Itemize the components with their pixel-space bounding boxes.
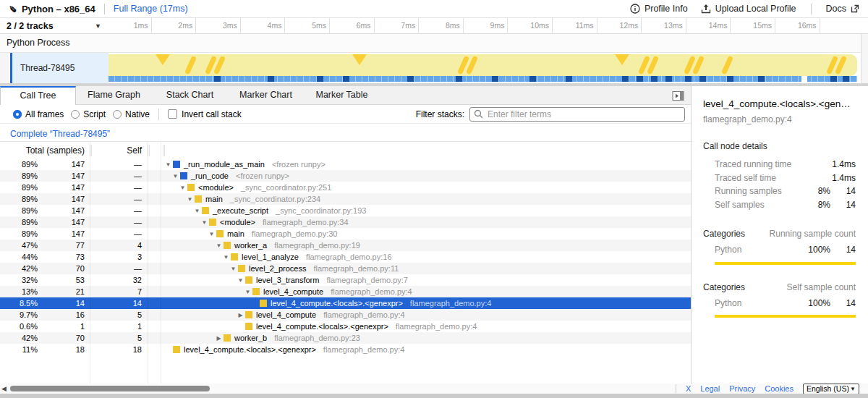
cell-self: 14 bbox=[90, 299, 148, 308]
footer-link-privacy[interactable]: Privacy bbox=[729, 384, 755, 393]
call-tree-row[interactable]: 89%147—▼mainflamegraph_demo.py:30 bbox=[0, 228, 691, 240]
radio-all-frames[interactable] bbox=[13, 110, 22, 119]
horizontal-scrollbar-thumb[interactable] bbox=[10, 386, 210, 391]
call-tree-row[interactable]: 89%147—▼_run_module_as_main<frozen runpy… bbox=[0, 158, 691, 170]
call-tree-row[interactable]: 8.5%1414level_4_compute.<locals>.<genexp… bbox=[0, 297, 691, 309]
radio-script[interactable] bbox=[71, 110, 80, 119]
collapse-twisty-icon[interactable]: ▼ bbox=[229, 266, 238, 272]
cpu-dip-marker bbox=[352, 54, 367, 65]
process-track-header[interactable]: Python Process bbox=[0, 34, 861, 53]
footer-link-legal[interactable]: Legal bbox=[700, 384, 720, 393]
invert-call-stack-checkbox[interactable] bbox=[168, 109, 177, 119]
ruler-tick-label: 2ms bbox=[152, 21, 192, 30]
call-tree-row[interactable]: 44%733▼level_1_analyzeflamegraph_demo.py… bbox=[0, 251, 691, 263]
column-header-total[interactable]: Total (samples) bbox=[0, 145, 90, 156]
language-select[interactable]: English (US) ▼ bbox=[803, 384, 859, 394]
footer-link-x[interactable]: X bbox=[686, 384, 691, 393]
invert-call-stack-label: Invert call stack bbox=[182, 109, 242, 119]
cell-total: 89%147 bbox=[0, 160, 90, 169]
complete-thread-link[interactable]: Complete “Thread-78495” bbox=[10, 129, 110, 139]
category-percent: 100% bbox=[803, 298, 830, 308]
function-name: level_1_analyze bbox=[242, 253, 299, 261]
top-bar: ✎ Python – x86_64 Full Range (17ms) Prof… bbox=[0, 0, 868, 18]
call-tree-row[interactable]: 9.7%165▶level_4_computeflamegraph_demo.p… bbox=[0, 309, 691, 321]
call-tree-row[interactable]: 32%5332▼level_3_transformflamegraph_demo… bbox=[0, 274, 691, 286]
collapse-twisty-icon[interactable]: ▼ bbox=[243, 289, 252, 295]
ruler-tick-label: 6ms bbox=[331, 21, 371, 30]
call-tree-row[interactable]: 89%147—▼<module>_sync_coordinator.py:251 bbox=[0, 182, 691, 193]
scroll-left-arrow[interactable]: ◀ bbox=[1, 385, 7, 392]
call-tree-row[interactable]: 89%147—▼_execute_script_sync_coordinator… bbox=[0, 205, 691, 216]
tab-marker-chart[interactable]: Marker Chart bbox=[228, 86, 304, 105]
cell-total-samples: 147 bbox=[38, 218, 90, 226]
category-header-kind: Self sample count bbox=[787, 282, 856, 292]
cell-total: 42%70 bbox=[0, 334, 90, 342]
collapse-twisty-icon[interactable]: ▼ bbox=[192, 208, 202, 214]
collapse-twisty-icon[interactable]: ▼ bbox=[178, 185, 187, 191]
radio-native[interactable] bbox=[113, 110, 122, 119]
call-tree-row[interactable]: 11%1818level_4_compute.<locals>.<genexpr… bbox=[0, 344, 691, 355]
function-location: flamegraph_demo.py:4 bbox=[410, 299, 492, 308]
cell-total: 44%73 bbox=[0, 253, 90, 261]
expand-twisty-icon[interactable]: ▶ bbox=[214, 335, 224, 342]
call-tree-row[interactable]: 42%705▶worker_bflamegraph_demo.py:23 bbox=[0, 332, 691, 344]
tab-flame-graph[interactable]: Flame Graph bbox=[76, 86, 152, 105]
collapse-twisty-icon[interactable]: ▼ bbox=[171, 173, 180, 179]
cell-self: 5 bbox=[90, 310, 148, 319]
tab-call-tree[interactable]: Call Tree bbox=[0, 86, 76, 106]
cell-total: 13%21 bbox=[0, 287, 90, 296]
category-color-swatch bbox=[238, 265, 245, 272]
sample-dark-segment bbox=[699, 76, 706, 82]
timeline-vertical-scrollbar[interactable] bbox=[861, 34, 868, 86]
call-tree-row[interactable]: 89%147—▼main_sync_coordinator.py:234 bbox=[0, 193, 691, 205]
thread-track-graph[interactable] bbox=[109, 53, 861, 83]
cell-self: 7 bbox=[90, 287, 148, 296]
collapse-twisty-icon[interactable]: ▼ bbox=[200, 219, 209, 226]
upload-local-profile-button[interactable]: Upload Local Profile bbox=[701, 4, 796, 14]
profile-info-button[interactable]: Profile Info bbox=[630, 4, 688, 14]
cell-total-percent: 89% bbox=[0, 195, 38, 203]
expand-twisty-icon[interactable]: ▶ bbox=[236, 312, 245, 318]
filter-stacks-input[interactable] bbox=[469, 107, 685, 122]
category-color-swatch bbox=[202, 207, 209, 214]
footer-link-cookies[interactable]: Cookies bbox=[765, 384, 793, 393]
call-tree-row[interactable]: 0.6%11level_4_compute.<locals>.<genexpr>… bbox=[0, 321, 691, 332]
cell-total-percent: 9.7% bbox=[0, 310, 38, 319]
radio-all-frames-label: All frames bbox=[25, 109, 64, 119]
sidebar-toggle-button[interactable] bbox=[672, 90, 684, 102]
category-row: Python100%14 bbox=[703, 243, 856, 257]
collapse-twisty-icon[interactable]: ▼ bbox=[221, 254, 231, 261]
call-tree-row[interactable]: 42%70—▼level_2_processflamegraph_demo.py… bbox=[0, 263, 691, 274]
column-header-self[interactable]: Self bbox=[92, 145, 148, 156]
call-tree-row[interactable]: 13%217▼level_4_computeflamegraph_demo.py… bbox=[0, 286, 691, 297]
collapse-twisty-icon[interactable]: ▼ bbox=[207, 231, 216, 237]
detail-label: Traced running time bbox=[703, 159, 803, 169]
collapse-twisty-icon[interactable]: ▼ bbox=[236, 277, 245, 284]
column-splitter[interactable] bbox=[163, 145, 165, 156]
ruler-tick-label: 10ms bbox=[509, 21, 549, 30]
tab-marker-table[interactable]: Marker Table bbox=[304, 86, 380, 105]
cell-self: 4 bbox=[90, 241, 148, 250]
collapse-twisty-icon[interactable]: ▼ bbox=[185, 196, 195, 203]
thread-track-label[interactable]: Thread-78495 bbox=[12, 53, 109, 83]
cell-total-samples: 147 bbox=[38, 183, 90, 192]
cell-total: 11%18 bbox=[0, 345, 90, 354]
collapse-twisty-icon[interactable]: ▼ bbox=[214, 242, 224, 249]
call-tree-row[interactable]: 89%147—▼<module>flamegraph_demo.py:34 bbox=[0, 216, 691, 228]
tracks-dropdown[interactable]: 2 / 2 tracks ▼ bbox=[0, 18, 109, 34]
category-name: Python bbox=[703, 298, 803, 308]
cell-function: ▶worker_bflamegraph_demo.py:23 bbox=[161, 334, 691, 342]
call-tree-row[interactable]: 89%147—▼_run_code<frozen runpy> bbox=[0, 170, 691, 182]
cell-function: ▼level_4_computeflamegraph_demo.py:4 bbox=[161, 287, 691, 296]
ruler-tick-label: 5ms bbox=[286, 21, 326, 30]
docs-link[interactable]: Docs bbox=[826, 4, 859, 14]
full-range-link[interactable]: Full Range (17ms) bbox=[114, 4, 188, 14]
tab-stack-chart[interactable]: Stack Chart bbox=[152, 86, 228, 105]
cell-total: 32%53 bbox=[0, 276, 90, 284]
sample-dark-segment bbox=[529, 76, 536, 82]
cell-function: ▼worker_aflamegraph_demo.py:19 bbox=[161, 241, 691, 250]
category-color-swatch bbox=[245, 323, 252, 330]
collapse-twisty-icon[interactable]: ▼ bbox=[163, 161, 173, 168]
profile-name[interactable]: ✎ Python – x86_64 bbox=[9, 4, 95, 14]
call-tree-row[interactable]: 47%774▼worker_aflamegraph_demo.py:19 bbox=[0, 240, 691, 251]
